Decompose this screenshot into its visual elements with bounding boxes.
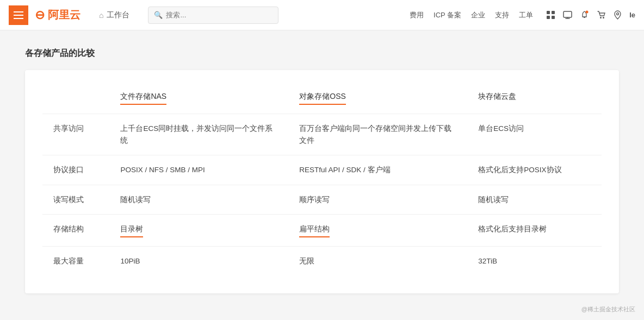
logo-text: 阿里云	[48, 8, 81, 22]
svg-rect-2	[547, 16, 550, 19]
nas-cell: 10PiB	[109, 246, 288, 275]
search-bar[interactable]: 🔍	[148, 7, 278, 24]
col-header-label	[42, 83, 109, 114]
svg-rect-4	[564, 11, 572, 17]
table-row: 共享访问 上千台ECS同时挂载，并发访问同一个文件系统 百万台客户端向同一个存储…	[42, 114, 602, 155]
location-icon-btn[interactable]	[614, 10, 622, 20]
underline-nas-text: 目录树	[120, 223, 143, 237]
underline-oss-text: 扁平结构	[299, 223, 330, 237]
logo-icon: ⊖	[35, 8, 45, 22]
nav-support[interactable]: 支持	[495, 10, 509, 20]
workbench-label: 工作台	[107, 10, 129, 20]
nas-header-text: 文件存储NAS	[120, 92, 166, 105]
block-cell: 32TiB	[467, 246, 602, 275]
col-header-block: 块存储云盘	[467, 83, 602, 114]
block-cell: 随机读写	[467, 185, 602, 215]
oss-cell-text: 无限	[299, 257, 314, 265]
oss-cell: RESTful API / SDK / 客户端	[288, 155, 467, 185]
nav-enterprise[interactable]: 企业	[471, 10, 485, 20]
row-label: 存储结构	[42, 215, 109, 247]
nas-cell-text: 随机读写	[120, 196, 151, 204]
nas-cell: POSIX / NFS / SMB / MPI	[109, 155, 288, 185]
col-header-oss: 对象存储OSS	[288, 83, 467, 114]
screen-icon-btn[interactable]	[563, 10, 572, 20]
hamburger-button[interactable]	[9, 5, 28, 25]
comparison-table: 文件存储NAS 对象存储OSS 块存储云盘 共享访问 上千台ECS同时挂载，并发…	[42, 83, 602, 276]
col-header-nas: 文件存储NAS	[109, 83, 288, 114]
main-content: 各存储产品的比较 文件存储NAS 对象存储OSS 块存储云盘	[12, 30, 632, 311]
oss-cell: 无限	[288, 246, 467, 275]
svg-rect-1	[552, 11, 555, 14]
header-nav: 费用 ICP 备案 企业 支持 工单	[410, 10, 533, 20]
workbench-nav[interactable]: ⌂ 工作台	[91, 0, 137, 30]
nav-icp[interactable]: ICP 备案	[434, 10, 461, 20]
oss-cell-text: 顺序读写	[299, 196, 330, 204]
table-row: 存储结构 目录树 扁平结构 格式化后支持目录树	[42, 215, 602, 247]
block-header-text: 块存储云盘	[478, 92, 516, 101]
footer-watermark: @稀土掘金技术社区	[581, 305, 635, 311]
hamburger-line-3	[14, 18, 23, 19]
row-label: 共享访问	[42, 114, 109, 155]
svg-rect-3	[552, 16, 555, 19]
nas-cell-text: 10PiB	[120, 257, 140, 265]
nav-ticket[interactable]: 工单	[519, 10, 533, 20]
search-icon: 🔍	[154, 11, 163, 19]
svg-point-11	[617, 13, 619, 15]
table-row: 读写模式 随机读写 顺序读写 随机读写	[42, 185, 602, 215]
cart-icon-btn[interactable]	[597, 10, 606, 20]
table-row: 最大容量 10PiB 无限 32TiB	[42, 246, 602, 275]
oss-cell-text: RESTful API / SDK / 客户端	[299, 166, 390, 174]
hamburger-line-1	[14, 11, 23, 12]
svg-rect-0	[547, 11, 550, 14]
page-title: 各存储产品的比较	[25, 48, 619, 59]
oss-cell: 百万台客户端向同一个存储空间并发上传下载文件	[288, 114, 467, 155]
nas-cell-text: 上千台ECS同时挂载，并发访问同一个文件系统	[120, 124, 273, 145]
row-label: 协议接口	[42, 155, 109, 185]
oss-header-text: 对象存储OSS	[299, 92, 346, 105]
comparison-card: 文件存储NAS 对象存储OSS 块存储云盘 共享访问 上千台ECS同时挂载，并发…	[25, 70, 619, 293]
nas-cell: 随机读写	[109, 185, 288, 215]
apps-icon-btn[interactable]	[546, 10, 555, 20]
nas-cell: 上千台ECS同时挂载，并发访问同一个文件系统	[109, 114, 288, 155]
oss-cell-text: 百万台客户端向同一个存储空间并发上传下载文件	[299, 124, 451, 145]
block-cell: 单台ECS访问	[467, 114, 602, 155]
row-label: 最大容量	[42, 246, 109, 275]
row-label: 读写模式	[42, 185, 109, 215]
nas-cell-text: POSIX / NFS / SMB / MPI	[120, 166, 205, 174]
hamburger-line-2	[14, 15, 23, 16]
ie-badge[interactable]: Ie	[629, 11, 635, 19]
svg-rect-7	[584, 17, 585, 18]
bell-icon-btn[interactable]	[580, 10, 589, 20]
svg-point-10	[603, 17, 604, 18]
home-icon: ⌂	[99, 11, 103, 20]
block-cell: 格式化后支持POSIX协议	[467, 155, 602, 185]
block-cell: 格式化后支持目录树	[467, 215, 602, 247]
logo-area[interactable]: ⊖ 阿里云	[35, 8, 81, 22]
nav-fees[interactable]: 费用	[410, 10, 424, 20]
oss-cell: 顺序读写	[288, 185, 467, 215]
table-row: 协议接口 POSIX / NFS / SMB / MPI RESTful API…	[42, 155, 602, 185]
search-input[interactable]	[166, 11, 272, 19]
oss-cell: 扁平结构	[288, 215, 467, 247]
svg-point-8	[586, 11, 589, 14]
nas-cell: 目录树	[109, 215, 288, 247]
header-icons: Ie	[546, 10, 635, 20]
svg-point-9	[600, 17, 602, 18]
